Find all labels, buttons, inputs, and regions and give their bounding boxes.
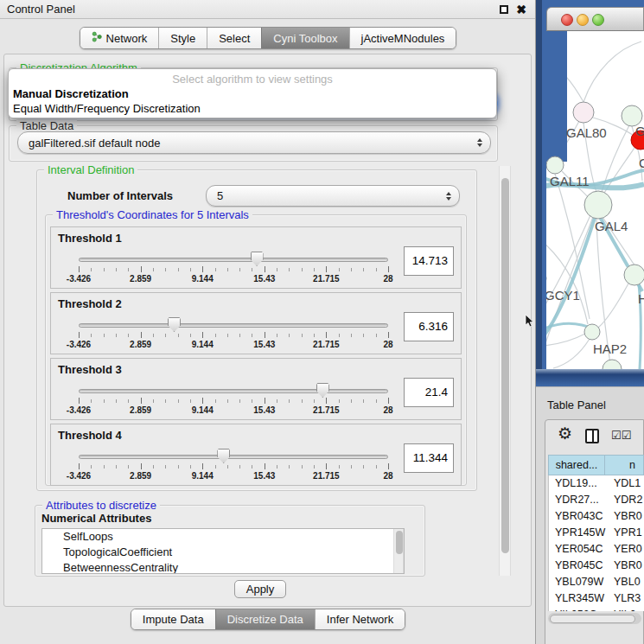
numerical-attributes-label: Numerical Attributes — [41, 512, 151, 525]
dropdown-option-equal-width[interactable]: Equal Width/Frequency Discretization — [13, 102, 201, 115]
table-cell[interactable]: YDR27... — [549, 492, 606, 508]
table-row[interactable]: YBL079WYBL0 — [549, 574, 644, 590]
table-cell[interactable]: YBR0 — [606, 558, 644, 574]
threshold-value-field[interactable]: 21.4 — [404, 378, 454, 407]
numerical-attributes-list[interactable]: SelfLoopsTopologicalCoefficientBetweenne… — [41, 528, 405, 574]
node-label: GA — [635, 124, 644, 138]
apply-button[interactable]: Apply — [234, 580, 286, 598]
node-label: GAL4 — [595, 219, 628, 233]
attribute-list-item[interactable]: SelfLoops — [42, 529, 404, 545]
settings-scrollbar-thumb[interactable] — [501, 178, 509, 553]
table-cell[interactable]: YER054C — [549, 541, 606, 558]
table-cell[interactable]: YLR345W — [549, 590, 606, 607]
threshold-2-slider[interactable]: -3.4262.8599.14415.4321.71528 — [79, 316, 388, 352]
table-row[interactable]: YDR27...YDR2 — [549, 492, 644, 508]
gear-icon[interactable]: ⚙ — [558, 424, 572, 443]
table-row[interactable]: YDL19...YDL1 — [549, 475, 644, 492]
tab-jactivemnodules[interactable]: jActiveMNodules — [349, 28, 456, 48]
attribute-list-item[interactable]: BetweennessCentrality — [42, 560, 404, 574]
threshold-3-slider[interactable]: -3.4262.8599.14415.4321.71528 — [79, 381, 388, 418]
slider-thumb[interactable] — [316, 383, 329, 398]
slider-thumb[interactable] — [251, 252, 264, 266]
stepper-icon — [477, 138, 482, 147]
combo-value: galFiltered.sif default node — [29, 137, 160, 150]
table-body[interactable]: YDL19...YDL1YDR27...YDR2YBR043CYBR0YPR14… — [548, 475, 644, 611]
tab-discretize-data[interactable]: Discretize Data — [215, 609, 315, 629]
table-cell[interactable]: YPR1 — [606, 525, 644, 541]
table-cell[interactable]: YPR145W — [549, 525, 606, 541]
tab-infer-network[interactable]: Infer Network — [315, 609, 405, 629]
node-gal11[interactable] — [546, 156, 564, 174]
table-cell[interactable]: YDL19... — [549, 475, 606, 492]
table-cell[interactable]: YBL0 — [606, 574, 644, 590]
slider-thumb[interactable] — [168, 317, 181, 332]
table-cell[interactable]: YER0 — [606, 541, 644, 558]
network-canvas[interactable]: GAL80 GA C GAL11 GAL4 GCY1 H HAP2 — [546, 31, 644, 369]
table-cell[interactable]: YBR0 — [606, 508, 644, 525]
slider-track[interactable] — [79, 389, 388, 393]
table-row[interactable]: YLR345WYLR3 — [549, 590, 644, 607]
zoom-traffic-light[interactable] — [592, 14, 604, 26]
slider-track[interactable] — [79, 455, 388, 459]
group-title: Threshold's Coordinates for 5 Intervals — [53, 208, 252, 221]
threshold-1-slider[interactable]: -3.4262.8599.14415.4321.71528 — [79, 250, 388, 286]
slider-track[interactable] — [79, 258, 388, 262]
table-horizontal-scrollbar[interactable] — [548, 613, 641, 624]
table-cell[interactable]: YBR045C — [549, 558, 606, 574]
dropdown-hint-option[interactable]: Select algorithm to view settings — [9, 73, 496, 86]
split-columns-icon[interactable] — [585, 429, 599, 443]
minimize-traffic-light[interactable] — [577, 14, 589, 26]
slider-thumb[interactable] — [217, 449, 230, 463]
table-row[interactable]: YER054CYER0 — [549, 541, 644, 558]
close-icon[interactable]: ✖ — [516, 2, 526, 17]
attributes-list-scrollbar[interactable] — [393, 529, 404, 573]
table-cell[interactable]: YDL1 — [606, 475, 644, 492]
column-header-shared-name[interactable]: shared... — [548, 455, 605, 475]
tab-select[interactable]: Select — [207, 28, 261, 48]
attribute-list-item[interactable]: TopologicalCoefficient — [42, 545, 404, 560]
table-cell[interactable]: YBR043C — [549, 508, 606, 525]
threshold-value-field[interactable]: 11.344 — [404, 443, 454, 473]
table-scrollbar-thumb[interactable] — [550, 615, 635, 623]
select-columns-icon[interactable]: ☑☑ — [611, 429, 631, 442]
table-cell[interactable]: YIL0 — [606, 607, 644, 611]
network-window-titlebar[interactable] — [546, 7, 644, 31]
table-data-combobox[interactable]: galFiltered.sif default node — [17, 131, 491, 154]
tab-network[interactable]: Network — [80, 28, 159, 48]
tab-label: Infer Network — [327, 613, 393, 626]
float-window-icon[interactable] — [500, 5, 508, 14]
threshold-value-field[interactable]: 14.713 — [404, 246, 454, 276]
node-hap2[interactable] — [584, 324, 600, 340]
number-of-intervals-combobox[interactable]: 5 — [206, 185, 460, 207]
slider-tick-labels: -3.4262.8599.14415.4321.71528 — [79, 405, 388, 416]
control-panel-titlebar[interactable]: Control Panel ✖ — [0, 0, 535, 19]
column-header-name[interactable]: n — [605, 455, 644, 475]
node[interactable] — [624, 265, 644, 285]
tab-style[interactable]: Style — [158, 28, 207, 48]
control-panel-window: Control Panel ✖ Network Style Select Cyn… — [0, 0, 536, 644]
threshold-4-slider[interactable]: -3.4262.8599.14415.4321.71528 — [79, 447, 388, 483]
close-traffic-light[interactable] — [561, 14, 573, 26]
table-cell[interactable]: YLR3 — [606, 590, 644, 607]
tab-label: Cyni Toolbox — [273, 32, 337, 45]
threshold-label: Threshold 2 — [58, 297, 122, 310]
settings-scrollbar[interactable] — [499, 166, 511, 576]
slider-track[interactable] — [79, 323, 388, 328]
table-cell[interactable]: YIL052C — [549, 607, 606, 611]
table-cell[interactable]: YBL079W — [549, 574, 606, 590]
tab-cyni-toolbox[interactable]: Cyni Toolbox — [261, 28, 348, 48]
table-cell[interactable]: YDR2 — [606, 492, 644, 508]
threshold-3-panel: Threshold 3 -3.4262.8599.14415.4321.7152… — [50, 358, 462, 420]
threshold-value-field[interactable]: 6.316 — [404, 312, 454, 341]
table-row[interactable]: YIL052CYIL0 — [549, 607, 644, 611]
tab-impute-data[interactable]: Impute Data — [131, 609, 215, 629]
node[interactable] — [603, 360, 622, 369]
table-row[interactable]: YBR045CYBR0 — [549, 558, 644, 574]
table-row[interactable]: YPR145WYPR1 — [549, 525, 644, 541]
attributes-scrollbar-thumb[interactable] — [396, 531, 403, 554]
node-gal80[interactable] — [573, 102, 594, 123]
dropdown-option-manual[interactable]: Manual Discretization — [13, 87, 129, 100]
node-gal4[interactable] — [584, 191, 612, 219]
threshold-label: Threshold 1 — [58, 232, 122, 245]
table-row[interactable]: YBR043CYBR0 — [549, 508, 644, 525]
